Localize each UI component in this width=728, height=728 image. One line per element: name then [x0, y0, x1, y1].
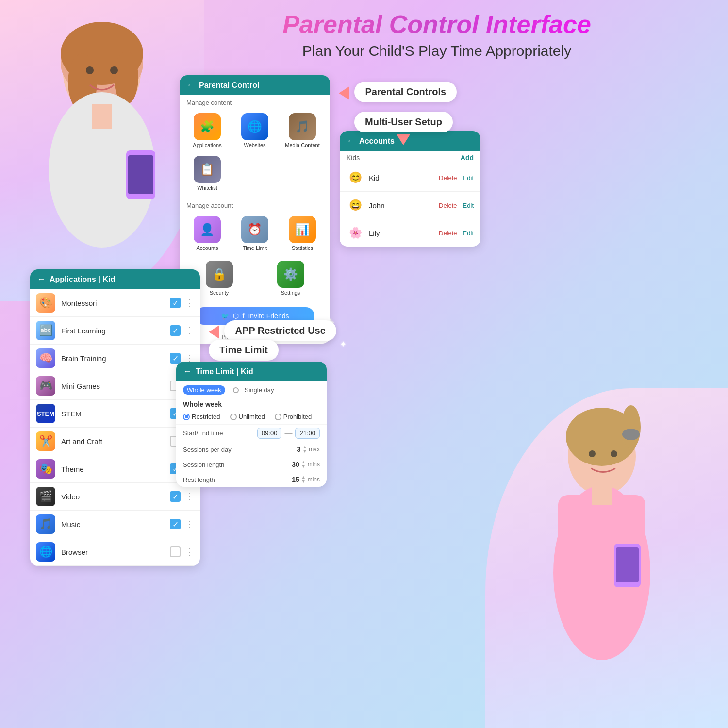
parental-control-panel: ← Parental Control Manage content 🧩 Appl…	[180, 75, 330, 344]
app-row-music: 🎵 Music ✓ ⋮	[30, 511, 200, 538]
single-day-tab-container: Single day	[233, 385, 278, 395]
music-name: Music	[61, 520, 170, 529]
app-row-theme: 🎭 Theme ✓ ⋮	[30, 455, 200, 483]
time-limit-back-arrow[interactable]: ←	[183, 366, 192, 377]
prohibited-radio-dot	[275, 414, 281, 420]
timelimit-label: Time Limit	[243, 245, 267, 251]
start-time-input[interactable]: 09:00	[257, 428, 282, 439]
session-length-row: Session length 30 ▲▼ mins	[176, 457, 327, 472]
stem-icon: STEM	[36, 404, 55, 423]
settings-label: Settings	[281, 290, 300, 296]
sessions-value: 3	[297, 446, 301, 453]
svg-rect-16	[592, 485, 612, 505]
video-menu[interactable]: ⋮	[185, 491, 194, 502]
rest-length-row: Rest length 15 ▲▼ mins	[176, 472, 327, 487]
brain-training-checkbox[interactable]: ✓	[170, 353, 181, 364]
mini-games-name: Mini Games	[61, 382, 170, 390]
parental-control-title: Parental Control	[199, 81, 259, 90]
app-restricted-label-container: APP Restricted Use	[209, 320, 336, 341]
applications-icon-item[interactable]: 🧩 Applications	[184, 110, 230, 151]
applications-icon: 🧩	[194, 113, 221, 140]
svg-point-20	[611, 450, 617, 457]
statistics-icon-item[interactable]: 📊 Statistics	[280, 213, 325, 254]
prohibited-radio[interactable]: Prohibited	[275, 413, 312, 420]
session-length-unit: mins	[308, 461, 320, 468]
montessori-checkbox[interactable]: ✓	[170, 298, 181, 308]
rest-length-stepper[interactable]: ▲▼	[301, 475, 306, 484]
single-day-tab[interactable]: Single day	[241, 385, 278, 395]
app-row-browser: 🌐 Browser ⋮	[30, 538, 200, 566]
account-icons-grid: 👤 Accounts ⏰ Time Limit 📊 Statistics	[180, 211, 330, 258]
end-time-input[interactable]: 21:00	[295, 428, 320, 439]
statistics-icon: 📊	[289, 216, 316, 243]
timelimit-icon-item[interactable]: ⏰ Time Limit	[232, 213, 278, 254]
lily-name: Lily	[369, 229, 439, 237]
manage-content-label: Manage content	[180, 95, 330, 108]
kid-name: Kid	[369, 174, 439, 182]
john-delete-btn[interactable]: Delete	[439, 202, 457, 209]
first-learning-checkbox[interactable]: ✓	[170, 325, 181, 336]
prohibited-label: Prohibited	[283, 413, 312, 420]
websites-icon-item[interactable]: 🌐 Websites	[232, 110, 278, 151]
mini-games-icon: 🎮	[36, 376, 55, 396]
music-menu[interactable]: ⋮	[185, 519, 194, 529]
main-title: Parental Control Interface	[194, 10, 679, 39]
sessions-stepper[interactable]: ▲▼	[302, 445, 307, 454]
whole-week-tab[interactable]: Whole week	[183, 385, 225, 395]
apps-title: Applications | Kid	[50, 275, 115, 284]
app-row-stem: STEM STEM ✓ ⋮	[30, 400, 200, 428]
back-arrow-icon[interactable]: ←	[186, 80, 195, 90]
whitelist-icon-item[interactable]: 📋 Whitelist	[184, 153, 230, 194]
restricted-radio[interactable]: Restricted	[183, 413, 220, 420]
art-craft-name: Art and Craft	[61, 437, 170, 446]
start-end-label: Start/End time	[183, 430, 257, 437]
stem-name: STEM	[61, 410, 170, 418]
rest-length-value: 15	[292, 476, 299, 483]
add-link[interactable]: Add	[461, 154, 474, 162]
sessions-per-day-row: Sessions per day 3 ▲▼ max	[176, 442, 327, 457]
music-checkbox[interactable]: ✓	[170, 519, 181, 529]
lily-edit-btn[interactable]: Edit	[463, 230, 474, 237]
browser-checkbox[interactable]	[170, 546, 181, 557]
time-limit-header: ← Time Limit | Kid	[176, 362, 327, 381]
accounts-icon-item[interactable]: 👤 Accounts	[184, 213, 230, 254]
first-learning-menu[interactable]: ⋮	[185, 325, 194, 336]
kid-edit-btn[interactable]: Edit	[463, 174, 474, 182]
account-row-john: 😄 John Delete Edit	[340, 191, 480, 219]
applications-panel: ← Applications | Kid 🎨 Montessori ✓ ⋮ 🔤 …	[30, 269, 200, 566]
applications-label: Applications	[193, 142, 221, 148]
unlimited-radio[interactable]: Unlimited	[230, 413, 265, 420]
browser-menu[interactable]: ⋮	[185, 546, 194, 557]
lily-delete-btn[interactable]: Delete	[439, 230, 457, 237]
montessori-menu[interactable]: ⋮	[185, 298, 194, 308]
first-learning-name: First Learning	[61, 327, 170, 335]
whitelist-icon: 📋	[194, 156, 221, 183]
single-day-radio[interactable]	[233, 387, 239, 393]
john-edit-btn[interactable]: Edit	[463, 202, 474, 209]
lily-actions: Delete Edit	[439, 230, 474, 237]
whitelist-label: Whitelist	[197, 185, 217, 191]
parental-controls-arrow	[339, 86, 349, 100]
app-restricted-label: APP Restricted Use	[224, 320, 336, 341]
unlimited-radio-dot	[230, 414, 237, 420]
restriction-radio-row: Restricted Unlimited Prohibited	[176, 411, 327, 424]
media-icon-item[interactable]: 🎵 Media Content	[280, 110, 325, 151]
sub-title: Plan Your Child'S Play Time Appropriatel…	[194, 43, 679, 59]
john-avatar: 😄	[347, 197, 364, 214]
parental-controls-label-container: Parental Controls	[339, 82, 457, 102]
time-limit-panel: ← Time Limit | Kid Whole week Single day…	[176, 362, 327, 487]
browser-name: Browser	[61, 548, 170, 556]
apps-back-arrow[interactable]: ←	[37, 274, 46, 284]
sparkle-6: ✦	[340, 340, 346, 349]
kid-delete-btn[interactable]: Delete	[439, 174, 457, 182]
accounts-label: Accounts	[196, 245, 218, 251]
settings-icon-item[interactable]: ⚙️ Settings	[256, 258, 325, 298]
kid-actions: Delete Edit	[439, 174, 474, 182]
video-checkbox[interactable]: ✓	[170, 491, 181, 502]
content-icons-grid: 🧩 Applications 🌐 Websites 🎵 Media Conten…	[180, 108, 330, 198]
statistics-label: Statistics	[292, 245, 313, 251]
svg-point-9	[86, 66, 94, 74]
twitter-icon: 🐦	[221, 312, 229, 320]
session-length-stepper[interactable]: ▲▼	[301, 460, 306, 469]
share-icon: ⬡	[233, 312, 239, 320]
